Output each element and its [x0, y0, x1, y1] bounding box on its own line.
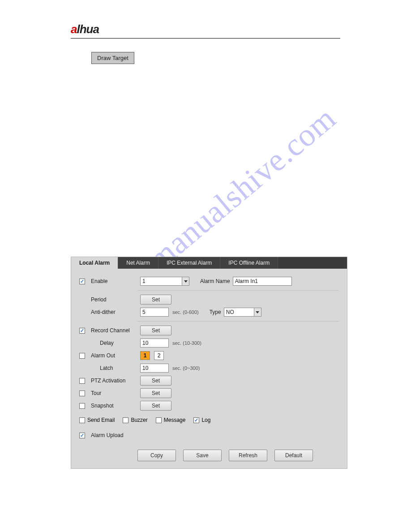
tab-bar: Local Alarm Net Alarm IPC External Alarm… — [71, 257, 347, 269]
brand-logo: alhua — [71, 22, 340, 36]
alarm-upload-label: Alarm Upload — [91, 432, 137, 438]
alarm-out-checkbox[interactable] — [79, 353, 85, 359]
snapshot-set-button[interactable]: Set — [140, 401, 171, 411]
delay-input[interactable] — [140, 339, 169, 348]
logo-part1: a — [71, 22, 77, 36]
latch-unit: sec. (0~300) — [172, 365, 200, 371]
refresh-button[interactable]: Refresh — [229, 450, 267, 461]
tab-ipc-external-alarm[interactable]: IPC External Alarm — [158, 257, 220, 269]
log-label: Log — [201, 417, 210, 423]
latch-input[interactable] — [140, 364, 169, 373]
separator — [137, 290, 339, 291]
log-checkbox[interactable] — [193, 417, 199, 423]
snapshot-checkbox[interactable] — [79, 403, 85, 409]
record-channel-set-button[interactable]: Set — [140, 326, 171, 335]
antidither-input[interactable] — [140, 308, 169, 317]
delay-unit: sec. (10-300) — [172, 340, 201, 346]
record-channel-checkbox[interactable] — [79, 328, 85, 334]
ptz-checkbox[interactable] — [79, 378, 85, 384]
latch-label: Latch — [100, 365, 137, 371]
logo-part2: lhua — [77, 22, 98, 36]
save-button[interactable]: Save — [183, 450, 222, 461]
buzzer-checkbox[interactable] — [123, 417, 128, 423]
channel-select[interactable] — [140, 277, 182, 286]
alarm-name-input[interactable] — [233, 277, 292, 286]
chevron-down-icon[interactable] — [182, 277, 189, 286]
tour-set-button[interactable]: Set — [140, 388, 171, 398]
tour-label: Tour — [91, 390, 137, 396]
send-email-label: Send Email — [87, 417, 115, 423]
alarm-upload-checkbox[interactable] — [79, 433, 85, 438]
alarm-name-label: Alarm Name — [200, 278, 230, 284]
ptz-set-button[interactable]: Set — [140, 376, 171, 386]
send-email-checkbox[interactable] — [79, 417, 85, 423]
copy-button[interactable]: Copy — [137, 450, 176, 461]
snapshot-label: Snapshot — [91, 403, 137, 409]
period-set-button[interactable]: Set — [140, 295, 171, 305]
tour-checkbox[interactable] — [79, 390, 85, 396]
alarm-out-label: Alarm Out — [91, 352, 137, 359]
ptz-label: PTZ Activation — [91, 378, 137, 384]
record-channel-label: Record Channel — [91, 327, 137, 334]
tab-local-alarm[interactable]: Local Alarm — [71, 257, 118, 269]
enable-label: Enable — [91, 278, 137, 284]
message-label: Message — [164, 417, 186, 423]
antidither-label: Anti-dither — [91, 309, 137, 315]
alarm-out-2[interactable]: 2 — [154, 351, 164, 360]
type-select[interactable] — [224, 308, 254, 317]
tab-ipc-offline-alarm[interactable]: IPC Offline Alarm — [220, 257, 278, 269]
header-rule — [71, 38, 340, 39]
antidither-unit: sec. (0-600) — [172, 309, 199, 315]
type-label: Type — [210, 309, 221, 315]
period-label: Period — [91, 296, 137, 303]
delay-label: Delay — [100, 340, 137, 346]
buzzer-label: Buzzer — [131, 417, 147, 423]
draw-target-button[interactable]: Draw Target — [91, 52, 134, 64]
message-checkbox[interactable] — [156, 417, 162, 423]
alarm-config-panel: Local Alarm Net Alarm IPC External Alarm… — [71, 257, 347, 469]
chevron-down-icon[interactable] — [254, 308, 261, 317]
default-button[interactable]: Default — [274, 450, 313, 461]
separator — [137, 321, 339, 322]
enable-checkbox[interactable] — [79, 279, 85, 284]
tab-net-alarm[interactable]: Net Alarm — [118, 257, 158, 269]
alarm-out-1[interactable]: 1 — [140, 351, 150, 360]
